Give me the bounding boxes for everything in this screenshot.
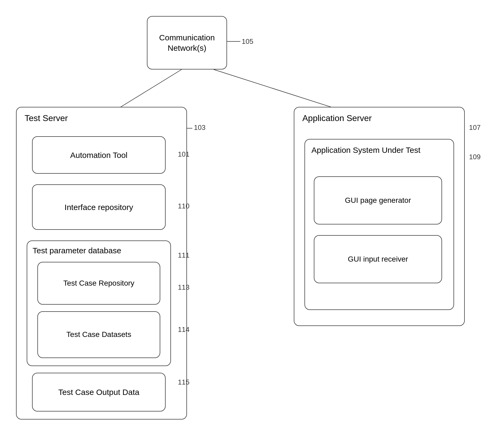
label-114: 114 [178, 325, 189, 334]
test-case-datasets-box: Test Case Datasets [37, 311, 160, 358]
svg-line-0 [112, 69, 182, 112]
label-103: 103 [194, 123, 205, 132]
test-case-output-data-box: Test Case Output Data [32, 373, 166, 411]
label-105: 105 [242, 37, 253, 46]
label-109: 109 [469, 153, 480, 161]
label-110: 110 [178, 202, 189, 210]
application-system-under-test-box: Application System Under Test [304, 139, 454, 310]
label-111: 111 [178, 251, 189, 259]
communication-network-box: Communication Network(s) [147, 16, 227, 69]
label-113: 113 [178, 283, 189, 292]
diagram-container: Communication Network(s) 105 Test Server… [0, 0, 504, 435]
svg-line-1 [214, 69, 347, 112]
gui-input-receiver-box: GUI input receiver [314, 235, 442, 283]
label-107: 107 [469, 123, 480, 132]
test-case-repository-box: Test Case Repository [37, 262, 160, 305]
gui-page-generator-box: GUI page generator [314, 176, 442, 224]
label-115: 115 [178, 378, 189, 386]
interface-repository-box: Interface repository [32, 184, 166, 230]
automation-tool-box: Automation Tool [32, 136, 166, 174]
label-101: 101 [178, 150, 189, 158]
